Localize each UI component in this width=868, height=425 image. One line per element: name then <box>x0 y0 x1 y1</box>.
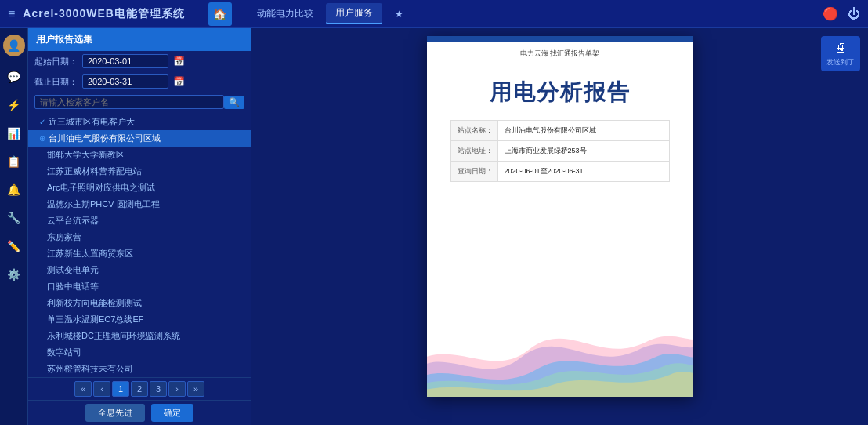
search-row: 🔍 <box>28 92 251 112</box>
report-info-table: 站点名称： 台川油电气股份有限公司区域 站点地址： 上海市商业发展绿桥253号 … <box>450 120 670 182</box>
start-date-row: 起始日期： 📅 <box>28 51 251 71</box>
list-item[interactable]: 江苏新生太置商贸东区 <box>28 245 251 262</box>
page-2-button[interactable]: 2 <box>131 381 148 397</box>
nav-item-energy[interactable]: 动能电力比较 <box>248 4 323 24</box>
home-button[interactable]: 🏠 <box>208 2 232 26</box>
report-label-name: 站点名称： <box>451 121 498 140</box>
start-date-calendar-icon[interactable]: 📅 <box>173 56 185 67</box>
page-next-button[interactable]: › <box>168 381 186 397</box>
right-float-panel: 🖨 发送到了 <box>821 36 860 71</box>
report-value-date: 2020-06-01至2020-06-31 <box>498 162 669 181</box>
list-item[interactable]: 测试变电单元 <box>28 262 251 278</box>
report-top-bar <box>427 36 693 42</box>
print-icon[interactable]: 🖨 <box>834 41 847 55</box>
tree-list: ✓ 近三城市区有电客户大 ⊕ 台川油电气股份有限公司区域 邯郸大学大学新教区 江… <box>28 112 251 377</box>
list-item[interactable]: 云平台流示器 <box>28 212 251 229</box>
nav-item-star[interactable]: ★ <box>385 5 413 23</box>
list-item[interactable]: 温德尔主期PHCV 圆测电工程 <box>28 196 251 212</box>
list-item[interactable]: Arc电子照明对应供电之测试 <box>28 180 251 196</box>
power-icon[interactable]: ⏻ <box>848 7 860 21</box>
pagination: « ‹ 1 2 3 › » <box>28 377 251 400</box>
report-title: 用电分析报告 <box>427 62 693 120</box>
notification-icon[interactable]: 🔴 <box>823 6 838 21</box>
action-row: 全息先进 确定 <box>28 400 251 425</box>
page-first-button[interactable]: « <box>74 381 92 397</box>
left-panel-header: 用户报告选集 <box>28 28 251 51</box>
report-info-row: 查询日期： 2020-06-01至2020-06-31 <box>451 162 669 181</box>
menu-icon[interactable]: ≡ <box>8 7 15 21</box>
content-area: 电力云海 找汇通报告单架 用电分析报告 站点名称： 台川油电气股份有限公司区域 … <box>251 28 868 425</box>
list-item[interactable]: 乐利城楼DC正理地问环境监测系统 <box>28 328 251 344</box>
topbar-nav: 动能电力比较 用户服务 ★ <box>248 3 823 24</box>
list-item[interactable]: 邯郸大学大学新教区 <box>28 147 251 163</box>
sidebar-icon-message[interactable]: 💬 <box>3 66 25 88</box>
report-value-address: 上海市商业发展绿桥253号 <box>498 141 669 161</box>
start-date-input[interactable] <box>82 54 168 68</box>
end-date-row: 截止日期： 📅 <box>28 71 251 92</box>
topbar-right: 🔴 ⏻ <box>823 6 860 21</box>
list-item[interactable]: 单三温水温测EC7总线EF <box>28 311 251 328</box>
page-prev-button[interactable]: ‹ <box>93 381 110 397</box>
confirm-button[interactable]: 确定 <box>151 404 193 422</box>
page-3-button[interactable]: 3 <box>150 381 167 397</box>
report-subtitle: 电力云海 找汇通报告单架 <box>427 42 693 62</box>
sidebar-icon-edit[interactable]: ✏️ <box>3 235 25 257</box>
report-info-row: 站点名称： 台川油电气股份有限公司区域 <box>451 121 669 141</box>
report-preview: 电力云海 找汇通报告单架 用电分析报告 站点名称： 台川油电气股份有限公司区域 … <box>427 36 693 397</box>
sidebar-icon-config[interactable]: ⚙️ <box>3 263 25 285</box>
search-input[interactable] <box>34 95 224 109</box>
start-date-label: 起始日期： <box>34 56 78 67</box>
sidebar-icons: 👤 💬 ⚡ 📊 📋 🔔 🔧 ✏️ ⚙️ <box>0 28 28 425</box>
sidebar-icon-wrench[interactable]: 🔧 <box>3 207 25 229</box>
left-panel: 用户报告选集 起始日期： 📅 截止日期： 📅 🔍 ✓ 近三城市区有电客户大 ⊕ <box>28 28 251 425</box>
sidebar-icon-energy[interactable]: ⚡ <box>3 94 25 116</box>
list-item[interactable]: 数字站司 <box>28 344 251 361</box>
app-title: Acrel-3000WEB电能管理系统 <box>23 7 185 21</box>
sidebar-icon-report[interactable]: 📋 <box>3 151 25 173</box>
list-item[interactable]: 口验中电话等 <box>28 278 251 295</box>
report-label-address: 站点地址： <box>451 141 498 161</box>
main-layout: 👤 💬 ⚡ 📊 📋 🔔 🔧 ✏️ ⚙️ 用户报告选集 起始日期： 📅 截止日期：… <box>0 28 868 425</box>
sidebar-icon-alarm[interactable]: 🔔 <box>3 179 25 201</box>
wave-decoration <box>427 303 693 397</box>
float-panel-label: 发送到了 <box>826 58 855 67</box>
page-last-button[interactable]: » <box>187 381 204 397</box>
list-item[interactable]: 利新校方向电能检测测试 <box>28 295 251 311</box>
full-select-button[interactable]: 全息先进 <box>85 404 145 422</box>
report-info-row: 站点地址： 上海市商业发展绿桥253号 <box>451 141 669 162</box>
page-1-button[interactable]: 1 <box>112 381 129 397</box>
end-date-input[interactable] <box>82 74 168 89</box>
end-date-label: 截止日期： <box>34 76 78 88</box>
report-label-date: 查询日期： <box>451 162 498 181</box>
sidebar-icon-chart[interactable]: 📊 <box>3 122 25 144</box>
topbar: ≡ Acrel-3000WEB电能管理系统 🏠 动能电力比较 用户服务 ★ 🔴 … <box>0 0 868 28</box>
list-item[interactable]: 苏州橙管科技未有公司 <box>28 361 251 377</box>
report-value-name: 台川油电气股份有限公司区域 <box>498 121 669 140</box>
end-date-calendar-icon[interactable]: 📅 <box>173 76 185 87</box>
nav-item-user-service[interactable]: 用户服务 <box>326 3 382 24</box>
search-button[interactable]: 🔍 <box>224 96 244 109</box>
avatar[interactable]: 👤 <box>3 35 25 56</box>
list-item[interactable]: ⊕ 台川油电气股份有限公司区域 <box>28 130 251 147</box>
list-item[interactable]: 江苏正威材料营养配电站 <box>28 163 251 180</box>
list-item[interactable]: 东房家营 <box>28 229 251 245</box>
list-item[interactable]: ✓ 近三城市区有电客户大 <box>28 114 251 130</box>
